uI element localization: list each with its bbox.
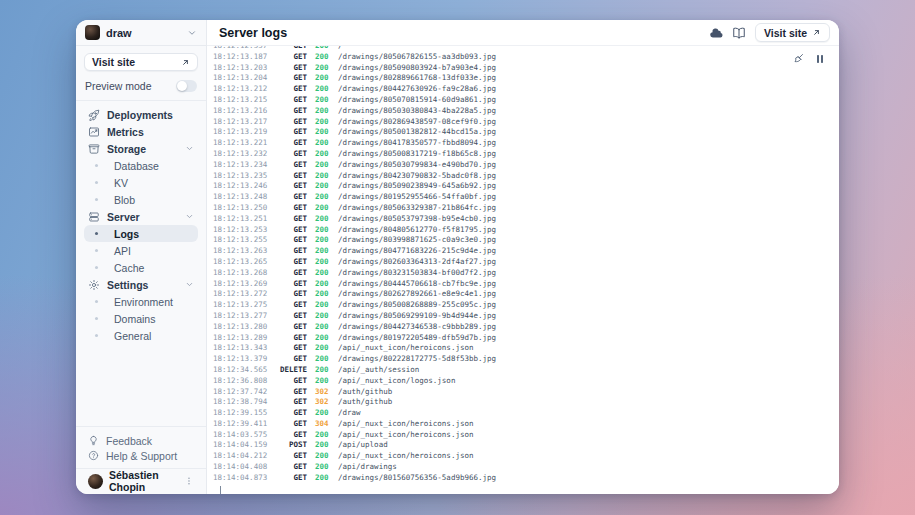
log-path: /drawings/805030799834-e490bd70.jpg — [338, 160, 496, 171]
log-viewport[interactable]: 18:12:12.557 GET 200 / 18:12:13.187 GET … — [207, 46, 839, 494]
clear-logs-broom-icon[interactable] — [793, 53, 805, 65]
sidebar-item-environment[interactable]: Environment — [84, 293, 198, 310]
log-method: GET — [271, 84, 307, 95]
log-timestamp: 18:12:13.203 — [213, 63, 271, 74]
log-status: 200 — [315, 171, 331, 182]
log-path: /drawings/805030380843-4ba228a5.jpg — [338, 106, 496, 117]
log-line: 18:12:13.277 GET 200 /drawings/805069299… — [213, 311, 839, 322]
bullet-dot — [95, 164, 98, 167]
log-status: 302 — [315, 397, 331, 408]
log-status: 200 — [315, 84, 331, 95]
archive-icon — [88, 143, 100, 155]
log-method: GET — [271, 127, 307, 138]
sidebar-item-general[interactable]: General — [84, 327, 198, 344]
log-path: /drawings/803998871625-c0a9c3e0.jpg — [338, 235, 496, 246]
log-status: 302 — [315, 387, 331, 398]
log-path: /drawings/804427630926-fa9c28a6.jpg — [338, 84, 496, 95]
lightbulb-icon — [88, 435, 99, 446]
log-line: 18:12:13.215 GET 200 /drawings/805070815… — [213, 95, 839, 106]
preview-mode-toggle[interactable] — [176, 80, 197, 92]
bullet-dot — [95, 249, 98, 252]
log-path: /api/_nuxt_icon/heroicons.json — [338, 419, 473, 430]
sidebar-item-logs[interactable]: Logs — [84, 225, 198, 242]
log-timestamp: 18:12:13.217 — [213, 117, 271, 128]
log-status: 200 — [315, 408, 331, 419]
log-status: 200 — [315, 257, 331, 268]
log-path: /drawings/802869438597-08cef9f0.jpg — [338, 117, 496, 128]
pause-logs-icon[interactable] — [814, 53, 826, 65]
log-path: /drawings/805067826155-aa3db093.jpg — [338, 52, 496, 63]
log-method: GET — [271, 63, 307, 74]
book-open-icon[interactable] — [732, 26, 746, 40]
log-method: GET — [271, 181, 307, 192]
sidebar-nav: DeploymentsMetricsStorageDatabaseKVBlobS… — [84, 106, 198, 344]
sidebar-item-blob[interactable]: Blob — [84, 191, 198, 208]
log-status: 200 — [315, 322, 331, 333]
log-method: GET — [271, 462, 307, 473]
sidebar-footer: Feedback Help & Support Sébastien Chopin — [76, 426, 206, 494]
log-path: /api/_nuxt_icon/heroicons.json — [338, 451, 473, 462]
log-line: 18:12:13.217 GET 200 /drawings/802869438… — [213, 117, 839, 128]
sidebar-item-storage[interactable]: Storage — [84, 140, 198, 157]
log-path: /drawings/802627892661-e8e9c4e1.jpg — [338, 289, 496, 300]
log-toolbar — [793, 53, 826, 65]
sidebar-item-help-support[interactable]: Help & Support — [84, 448, 198, 463]
log-line: 18:12:13.268 GET 200 /drawings/803231503… — [213, 268, 839, 279]
log-timestamp: 18:12:36.808 — [213, 376, 271, 387]
log-timestamp: 18:12:13.265 — [213, 257, 271, 268]
sidebar-item-kv[interactable]: KV — [84, 174, 198, 191]
log-timestamp: 18:12:13.216 — [213, 106, 271, 117]
log-line: 18:12:13.263 GET 200 /drawings/804771683… — [213, 246, 839, 257]
sidebar-item-api[interactable]: API — [84, 242, 198, 259]
log-status: 200 — [315, 235, 331, 246]
log-line: 18:12:13.246 GET 200 /drawings/805090238… — [213, 181, 839, 192]
log-status: 200 — [315, 430, 331, 441]
log-path: /drawings/805001382812-44bcd15a.jpg — [338, 127, 496, 138]
log-line: 18:12:38.794 GET 302 /auth/github — [213, 397, 839, 408]
log-line: 18:12:13.255 GET 200 /drawings/803998871… — [213, 235, 839, 246]
log-timestamp: 18:12:13.269 — [213, 279, 271, 290]
visit-site-button-main[interactable]: Visit site — [755, 23, 830, 42]
log-timestamp: 18:12:13.219 — [213, 127, 271, 138]
log-line: 18:12:13.343 GET 200 /api/_nuxt_icon/her… — [213, 343, 839, 354]
sidebar-item-database[interactable]: Database — [84, 157, 198, 174]
log-timestamp: 18:12:13.251 — [213, 214, 271, 225]
log-line: 18:12:13.275 GET 200 /drawings/805008268… — [213, 300, 839, 311]
account-menu[interactable]: Sébastien Chopin — [84, 469, 198, 494]
log-status: 304 — [315, 419, 331, 430]
log-timestamp: 18:14:04.408 — [213, 462, 271, 473]
sidebar-item-settings[interactable]: Settings — [84, 276, 198, 293]
log-timestamp: 18:12:13.246 — [213, 181, 271, 192]
log-path: /drawings/804805612770-f5f81795.jpg — [338, 225, 496, 236]
log-timestamp: 18:12:39.411 — [213, 419, 271, 430]
log-method: GET — [271, 419, 307, 430]
log-line: 18:12:13.212 GET 200 /drawings/804427630… — [213, 84, 839, 95]
sidebar-item-cache[interactable]: Cache — [84, 259, 198, 276]
log-status: 200 — [315, 311, 331, 322]
sidebar-item-metrics[interactable]: Metrics — [84, 123, 198, 140]
log-path: /drawings/805008317219-f18b65c8.jpg — [338, 149, 496, 160]
log-status: 200 — [315, 300, 331, 311]
log-method: GET — [271, 52, 307, 63]
log-path: /drawings/801972205489-dfb59d7b.jpg — [338, 333, 496, 344]
project-switcher[interactable]: draw — [76, 20, 206, 46]
cloud-icon[interactable] — [709, 26, 723, 40]
log-line: 18:12:39.155 GET 200 /draw — [213, 408, 839, 419]
log-line: 18:12:13.216 GET 200 /drawings/805030380… — [213, 106, 839, 117]
log-path: /drawings/804178350577-fbbd8094.jpg — [338, 138, 496, 149]
sidebar-item-feedback[interactable]: Feedback — [84, 433, 198, 448]
log-line: 18:12:13.280 GET 200 /drawings/804427346… — [213, 322, 839, 333]
user-avatar — [88, 474, 103, 489]
log-status: 200 — [315, 333, 331, 344]
arrow-up-right-icon — [181, 58, 190, 67]
log-path: /drawings/805070815914-60d9a861.jpg — [338, 95, 496, 106]
visit-site-button-sidebar[interactable]: Visit site — [84, 53, 198, 71]
gear-icon — [88, 279, 100, 291]
log-method: GET — [271, 138, 307, 149]
log-line: 18:14:04.873 GET 200 /drawings/801560756… — [213, 473, 839, 484]
sidebar-item-domains[interactable]: Domains — [84, 310, 198, 327]
sidebar-item-server[interactable]: Server — [84, 208, 198, 225]
sidebar: draw Visit site Preview mode Deployments… — [76, 20, 207, 494]
sidebar-item-deployments[interactable]: Deployments — [84, 106, 198, 123]
log-status: 200 — [315, 365, 331, 376]
